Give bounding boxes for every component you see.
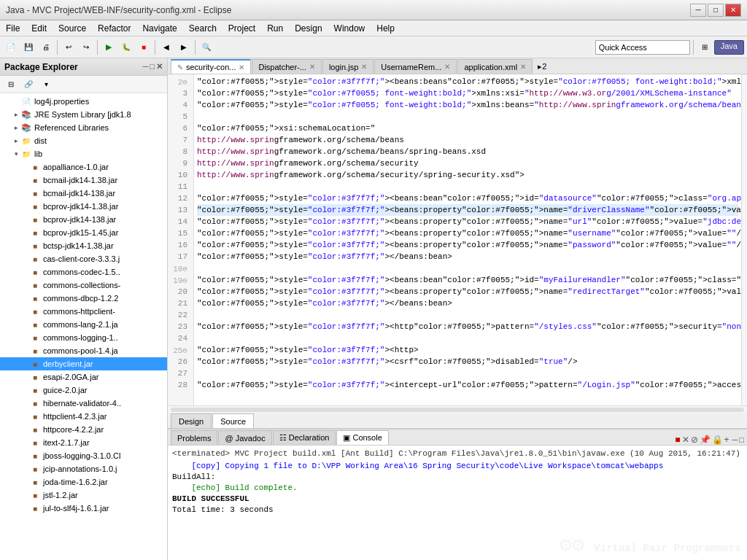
tree-item-lib[interactable]: ▾📁lib: [0, 147, 167, 160]
tab-close-security-config[interactable]: ✕: [239, 63, 244, 71]
code-line: "color:#7f0055;">style="color:#3f7f7f;">…: [197, 344, 738, 356]
back-button[interactable]: ◀: [158, 39, 174, 55]
tree-item-jcip-annotations-1-0-j[interactable]: ■jcip-annotations-1.0.j: [0, 462, 167, 475]
tree-item-joda-time-1-6-2-jar[interactable]: ■joda-time-1.6.2.jar: [0, 475, 167, 489]
menu-refactor[interactable]: Refactor: [92, 22, 136, 35]
console-pin-icon[interactable]: 📌: [700, 435, 711, 445]
tree-item-jul-to-slf4j-1-6-1-jar[interactable]: ■jul-to-slf4j-1.6.1.jar: [0, 502, 167, 515]
perspectives-button[interactable]: ⊞: [697, 39, 713, 55]
tree-item-itext-2-1-7-jar[interactable]: ■itext-2.1.7.jar: [0, 436, 167, 449]
tree-item-derbyclient-jar[interactable]: ■derbyclient.jar: [0, 357, 167, 370]
pe-close-icon[interactable]: ✕: [156, 62, 163, 71]
tree-item-bcprov-jdk15-1-45-jar[interactable]: ■bcprov-jdk15-1.45.jar: [0, 226, 167, 239]
pe-menu-button[interactable]: ▾: [38, 77, 54, 93]
tree-item-hibernate-validator-4--[interactable]: ■hibernate-validator-4..: [0, 397, 167, 410]
tree-item-log4j-properties[interactable]: 📄log4j.properties: [0, 95, 167, 108]
menu-navigate[interactable]: Navigate: [136, 22, 182, 35]
source-tab[interactable]: Source: [212, 413, 254, 428]
editor-hscrollbar[interactable]: [168, 405, 747, 413]
console-minimize-icon[interactable]: ─: [732, 435, 738, 444]
tree-item-referenced-libraries[interactable]: ▸📚Referenced Libraries: [0, 121, 167, 134]
tree-item-commons-lang-2-1-ja[interactable]: ■commons-lang-2.1.ja: [0, 318, 167, 331]
tree-item-jstl-1-2-jar[interactable]: ■jstl-1.2.jar: [0, 489, 167, 502]
tree-arrow-icon[interactable]: ▸: [12, 137, 20, 144]
tab-username-rem[interactable]: UsernameRem... ✕: [374, 59, 457, 74]
tree-arrow-icon[interactable]: ▾: [12, 150, 20, 158]
menu-project[interactable]: Project: [222, 22, 261, 35]
tab-close-login[interactable]: ✕: [361, 63, 367, 71]
forward-button[interactable]: ▶: [176, 39, 192, 55]
tree-item-bctsp-jdk14-1-38-jar[interactable]: ■bctsp-jdk14-1.38.jar: [0, 239, 167, 252]
tree-item-dist[interactable]: ▸📁dist: [0, 134, 167, 147]
design-tab[interactable]: Design: [171, 413, 212, 428]
new-button[interactable]: 📄: [3, 39, 19, 55]
tree-item-bcprov-jdk14-138-jar[interactable]: ■bcprov-jdk14-138.jar: [0, 213, 167, 226]
tree-item-cas-client-core-3-3-3-j[interactable]: ■cas-client-core-3.3.3.j: [0, 252, 167, 265]
tree-item-commons-codec-1-5--[interactable]: ■commons-codec-1.5..: [0, 265, 167, 279]
tree-item-guice-2-0-jar[interactable]: ■guice-2.0.jar: [0, 384, 167, 397]
tab-problems[interactable]: Problems: [171, 430, 217, 445]
tab-javadoc[interactable]: @ Javadoc: [218, 430, 271, 445]
code-editor[interactable]: "color:#7f0055;">style="color:#3f7f7f;">…: [194, 74, 741, 405]
menu-run[interactable]: Run: [261, 22, 289, 35]
tab-close-username-rem[interactable]: ✕: [444, 63, 450, 71]
pe-link-editor-button[interactable]: 🔗: [20, 77, 36, 93]
menu-file[interactable]: File: [0, 22, 26, 35]
run-button[interactable]: ▶: [101, 39, 117, 55]
tab-console[interactable]: ▣ Console: [336, 430, 388, 445]
search-button[interactable]: 🔍: [198, 39, 214, 55]
editor-scrollbar[interactable]: [741, 74, 747, 405]
pe-collapse-button[interactable]: ⊟: [3, 77, 19, 93]
tree-item-commons-dbcp-1-2-2[interactable]: ■commons-dbcp-1.2.2: [0, 292, 167, 305]
tree-item-httpclient-4-2-3-jar[interactable]: ■httpclient-4.2.3.jar: [0, 410, 167, 423]
tab-overflow[interactable]: ▸2: [533, 59, 551, 74]
console-new-icon[interactable]: +: [724, 435, 729, 445]
maximize-button[interactable]: □: [708, 4, 724, 17]
tree-item-commons-collections-[interactable]: ■commons-collections-: [0, 279, 167, 292]
stop-button[interactable]: ■: [136, 39, 152, 55]
tree-item-esapi-2-0ga-jar[interactable]: ■esapi-2.0GA.jar: [0, 370, 167, 384]
print-button[interactable]: 🖨: [38, 39, 54, 55]
menu-edit[interactable]: Edit: [26, 22, 53, 35]
redo-button[interactable]: ↪: [78, 39, 94, 55]
tab-application-xml[interactable]: application.xml ✕: [457, 59, 533, 74]
menu-window[interactable]: Window: [328, 22, 371, 35]
pe-minimize-icon[interactable]: ─: [143, 62, 149, 71]
minimize-button[interactable]: ─: [690, 4, 706, 17]
tab-login[interactable]: login.jsp ✕: [322, 59, 374, 74]
tab-security-config[interactable]: ✎ security-con... ✕: [171, 59, 251, 74]
tree-item-commons-httpclient-[interactable]: ■commons-httpclient-: [0, 305, 167, 318]
tree-arrow-icon[interactable]: ▸: [12, 111, 20, 118]
java-perspective-button[interactable]: Java: [714, 40, 744, 55]
tab-close-application-xml[interactable]: ✕: [520, 63, 526, 71]
save-button[interactable]: 💾: [20, 39, 36, 55]
tree-item-commons-pool-1-4-ja[interactable]: ■commons-pool-1.4.ja: [0, 344, 167, 357]
tree-item-httpcore-4-2-2-jar[interactable]: ■httpcore-4.2.2.jar: [0, 423, 167, 436]
tree-item-label: bcprov-jdk14-138.jar: [43, 215, 116, 224]
undo-button[interactable]: ↩: [61, 39, 77, 55]
menu-search[interactable]: Search: [183, 22, 222, 35]
console-maximize-icon[interactable]: □: [739, 435, 744, 444]
console-clear-icon[interactable]: ⊘: [691, 435, 698, 445]
quick-access-input[interactable]: Quick Access: [595, 40, 690, 55]
console-scroll-lock-icon[interactable]: 🔒: [712, 435, 723, 445]
menu-design[interactable]: Design: [289, 22, 328, 35]
tab-close-dispatcher[interactable]: ✕: [309, 63, 315, 71]
pe-maximize-icon[interactable]: □: [150, 62, 155, 71]
tree-item-bcmail-jdk14-138-jar[interactable]: ■bcmail-jdk14-138.jar: [0, 187, 167, 200]
tree-item-jre-system-library--jdk1-8[interactable]: ▸📚JRE System Library [jdk1.8: [0, 108, 167, 121]
close-button[interactable]: ✕: [725, 4, 741, 17]
tab-dispatcher[interactable]: Dispatcher-... ✕: [252, 59, 321, 74]
tree-item-bcprov-jdk14-1-38-jar[interactable]: ■bcprov-jdk14-1.38.jar: [0, 200, 167, 213]
tree-item-commons-logging-1--[interactable]: ■commons-logging-1..: [0, 331, 167, 344]
tab-declaration[interactable]: ☷ Declaration: [273, 430, 336, 445]
tree-item-bcmail-jdk14-1-38-jar[interactable]: ■bcmail-jdk14-1.38.jar: [0, 174, 167, 187]
console-remove-icon[interactable]: ✕: [682, 435, 689, 445]
menu-help[interactable]: Help: [371, 22, 400, 35]
tree-item-aopalliance-1-0-jar[interactable]: ■aopalliance-1.0.jar: [0, 160, 167, 174]
tree-item-jboss-logging-3-1-0-cl[interactable]: ■jboss-logging-3.1.0.Cl: [0, 449, 167, 462]
debug-button[interactable]: 🐛: [118, 39, 134, 55]
tree-arrow-icon[interactable]: ▸: [12, 124, 20, 131]
console-terminate-icon[interactable]: ■: [675, 435, 680, 445]
menu-source[interactable]: Source: [53, 22, 92, 35]
